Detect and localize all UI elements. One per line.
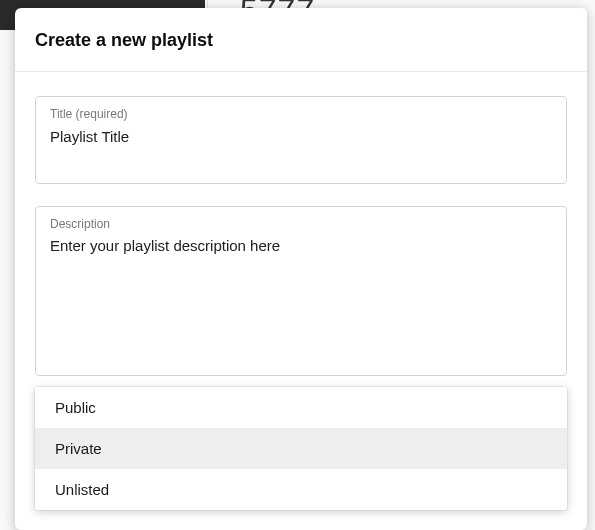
visibility-dropdown[interactable]: Public Private Unlisted [35,387,567,510]
visibility-option-unlisted[interactable]: Unlisted [35,469,567,510]
visibility-option-public[interactable]: Public [35,387,567,428]
title-field-container[interactable]: Title (required) [35,96,567,184]
title-field-label: Title (required) [50,107,552,121]
description-field-container[interactable]: Description [35,206,567,376]
modal-title: Create a new playlist [35,30,567,51]
modal-body: Title (required) Description [15,72,587,418]
visibility-option-private[interactable]: Private [35,428,567,469]
modal-header: Create a new playlist [15,8,587,72]
title-input[interactable] [50,127,552,165]
create-playlist-modal: Create a new playlist Title (required) D… [15,8,587,530]
description-input[interactable] [50,237,552,357]
description-field-label: Description [50,217,552,231]
